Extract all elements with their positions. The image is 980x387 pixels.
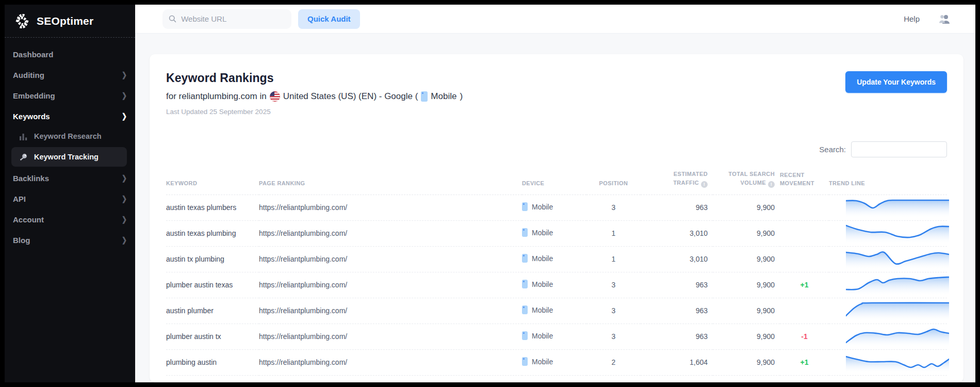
main-area: Keyword Rankings for reliantplumbing.com…	[135, 34, 975, 382]
sidebar-item-label: Blog	[13, 236, 30, 245]
sidebar-item-label: Embedding	[13, 91, 55, 100]
device-cell: Mobile	[522, 349, 586, 375]
device-cell: Mobile	[522, 324, 586, 349]
mobile-icon	[522, 331, 528, 340]
screenshot-frame: SEOptimer DashboardAuditing❯Embedding❯Ke…	[0, 0, 980, 387]
sidebar-item-label: Auditing	[13, 71, 44, 79]
column-header-estimated-traffic[interactable]: ESTIMATEDTRAFFIC!	[641, 167, 713, 195]
keyword-cell: austin plumber	[166, 298, 259, 324]
mobile-icon	[522, 280, 528, 288]
bar-chart-icon	[19, 132, 28, 141]
sidebar-item-keyword-tracking[interactable]: Keyword Tracking	[11, 147, 127, 167]
trend-sparkline	[846, 351, 949, 372]
trend-sparkline	[846, 326, 949, 346]
column-header-trend-line[interactable]: TREND LINE	[829, 167, 947, 195]
website-url-input[interactable]	[181, 14, 285, 23]
sidebar-item-keywords[interactable]: Keywords❯	[5, 106, 135, 126]
search-volume-cell: 9,900	[713, 220, 780, 246]
quick-audit-button[interactable]: Quick Audit	[298, 9, 360, 29]
sidebar-item-auditing[interactable]: Auditing❯	[5, 64, 135, 85]
chevron-right-icon: ❯	[122, 91, 127, 100]
info-icon[interactable]: !	[701, 181, 708, 188]
sidebar-item-account[interactable]: Account❯	[5, 209, 135, 230]
recent-movement-cell: -1	[780, 324, 829, 349]
logo[interactable]: SEOptimer	[5, 5, 135, 37]
column-header-keyword[interactable]: KEYWORD	[166, 167, 259, 195]
position-cell: 1	[586, 246, 641, 272]
search-volume-cell: 9,900	[713, 272, 780, 298]
keyword-table: KEYWORDPAGE RANKINGDEVICEPOSITIONESTIMAT…	[166, 167, 947, 376]
mobile-icon	[522, 202, 528, 211]
mobile-icon	[421, 91, 428, 102]
trend-sparkline	[846, 248, 949, 269]
page-ranking-link[interactable]: https://reliantplumbing.com/	[259, 349, 522, 375]
column-header-position[interactable]: POSITION	[586, 167, 641, 195]
page-ranking-link[interactable]: https://reliantplumbing.com/	[259, 220, 522, 246]
column-header-total-search-volume[interactable]: TOTAL SEARCHVOLUME!	[713, 167, 780, 195]
sidebar-item-api[interactable]: API❯	[5, 188, 135, 209]
keyword-table-body: austin texas plumbershttps://reliantplum…	[166, 195, 947, 375]
trend-line-cell	[829, 246, 947, 272]
chevron-right-icon: ❯	[122, 195, 127, 203]
position-cell: 3	[586, 272, 641, 298]
table-header-row: KEYWORDPAGE RANKINGDEVICEPOSITIONESTIMAT…	[166, 167, 947, 195]
estimated-traffic-cell: 1,604	[641, 349, 713, 375]
estimated-traffic-cell: 963	[641, 298, 713, 324]
trend-sparkline	[846, 300, 949, 320]
sidebar-item-label: Dashboard	[13, 50, 53, 59]
search-label: Search:	[819, 145, 846, 154]
sidebar-item-label: Backlinks	[13, 174, 49, 183]
sidebar-item-dashboard[interactable]: Dashboard	[5, 44, 135, 64]
estimated-traffic-cell: 963	[641, 272, 713, 298]
device-cell: Mobile	[522, 195, 586, 220]
page-ranking-link[interactable]: https://reliantplumbing.com/	[259, 246, 522, 272]
chevron-right-icon: ❯	[122, 236, 127, 245]
users-icon[interactable]	[938, 14, 951, 24]
table-row: plumbing austinhttps://reliantplumbing.c…	[166, 349, 947, 375]
website-url-input-wrap[interactable]	[162, 9, 291, 29]
trend-sparkline	[846, 274, 949, 295]
sidebar-item-keyword-research[interactable]: Keyword Research	[5, 126, 135, 146]
info-icon[interactable]: !	[768, 181, 775, 188]
page-ranking-link[interactable]: https://reliantplumbing.com/	[259, 195, 522, 220]
page-title: Keyword Rankings	[166, 71, 463, 85]
mobile-icon	[522, 305, 528, 314]
position-cell: 3	[586, 324, 641, 349]
recent-movement-cell	[780, 220, 829, 246]
table-row: austin texas plumbershttps://reliantplum…	[166, 195, 947, 220]
table-search-input[interactable]	[851, 141, 947, 157]
search-volume-cell: 9,900	[713, 246, 780, 272]
page-ranking-link[interactable]: https://reliantplumbing.com/	[259, 272, 522, 298]
device-cell: Mobile	[522, 272, 586, 298]
table-row: austin tx plumbinghttps://reliantplumbin…	[166, 246, 947, 272]
content-column: Quick Audit Help Keyword Rankings	[135, 5, 975, 382]
chevron-right-icon: ❯	[122, 174, 127, 183]
estimated-traffic-cell: 963	[641, 324, 713, 349]
position-cell: 3	[586, 195, 641, 220]
table-row: plumber austin txhttps://reliantplumbing…	[166, 324, 947, 349]
sidebar-item-blog[interactable]: Blog❯	[5, 230, 135, 250]
sidebar-item-label: Keyword Research	[34, 132, 102, 140]
update-keywords-button[interactable]: Update Your Keywords	[845, 71, 947, 93]
page-ranking-link[interactable]: https://reliantplumbing.com/	[259, 324, 522, 349]
mobile-icon	[522, 228, 528, 237]
column-header-recent-movement[interactable]: RECENTMOVEMENT	[780, 167, 829, 195]
page-ranking-link[interactable]: https://reliantplumbing.com/	[259, 298, 522, 324]
search-volume-cell: 9,900	[713, 298, 780, 324]
topbar-right: Help	[904, 14, 951, 24]
sidebar-item-backlinks[interactable]: Backlinks❯	[5, 168, 135, 188]
sidebar-item-embedding[interactable]: Embedding❯	[5, 85, 135, 106]
page-subtitle: for reliantplumbing.com in	[166, 91, 463, 102]
recent-movement-cell: +1	[780, 272, 829, 298]
column-header-device[interactable]: DEVICE	[522, 167, 586, 195]
title-block: Keyword Rankings for reliantplumbing.com…	[166, 71, 463, 116]
sidebar-item-label: API	[13, 195, 26, 203]
column-header-page-ranking[interactable]: PAGE RANKING	[259, 167, 522, 195]
help-link[interactable]: Help	[904, 14, 920, 23]
subtitle-prefix: for reliantplumbing.com in	[166, 91, 267, 102]
subtitle-mid: United States (US) (EN) - Google (	[283, 91, 418, 102]
keyword-cell: austin texas plumbing	[166, 220, 259, 246]
position-cell: 2	[586, 349, 641, 375]
sidebar-item-label: Keywords	[13, 112, 50, 121]
chevron-right-icon: ❯	[122, 112, 127, 121]
